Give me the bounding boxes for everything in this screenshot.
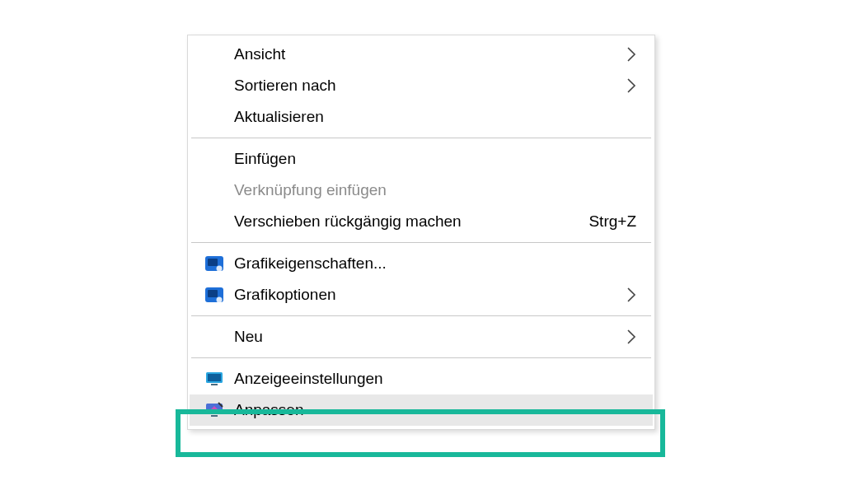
menu-item-refresh[interactable]: Aktualisieren (190, 101, 653, 133)
menu-item-view[interactable]: Ansicht (190, 39, 653, 70)
display-settings-icon (204, 369, 224, 389)
personalize-icon (204, 400, 224, 420)
desktop-context-menu: Ansicht Sortieren nach Aktualisieren Ein… (187, 35, 655, 430)
menu-item-graphics-properties[interactable]: Grafikeigenschaften... (190, 248, 653, 279)
menu-item-label: Grafikeigenschaften... (234, 254, 636, 273)
chevron-right-icon (626, 77, 636, 94)
menu-item-paste-shortcut: Verknüpfung einfügen (190, 175, 653, 206)
menu-separator (191, 138, 651, 138)
menu-item-label: Grafikoptionen (234, 286, 617, 304)
menu-separator (191, 315, 651, 316)
svg-rect-7 (208, 374, 221, 381)
menu-item-label: Verknüpfung einfügen (234, 181, 636, 199)
menu-item-label: Neu (234, 328, 617, 346)
menu-item-graphics-options[interactable]: Grafikoptionen (190, 279, 653, 310)
intel-graphics-icon (204, 285, 224, 305)
svg-point-2 (217, 266, 223, 272)
chevron-right-icon (626, 329, 636, 345)
menu-item-personalize[interactable]: Anpassen (190, 394, 653, 426)
menu-item-undo-move[interactable]: Verschieben rückgängig machen Strg+Z (190, 206, 653, 237)
menu-item-shortcut: Strg+Z (588, 212, 636, 231)
menu-item-label: Verschieben rückgängig machen (234, 212, 572, 231)
menu-item-label: Sortieren nach (234, 77, 617, 95)
menu-item-label: Aktualisieren (234, 108, 636, 126)
svg-rect-4 (208, 290, 218, 297)
menu-item-new[interactable]: Neu (190, 321, 653, 352)
svg-rect-8 (211, 384, 218, 385)
svg-rect-11 (211, 415, 218, 417)
menu-item-label: Einfügen (234, 150, 636, 168)
menu-item-label: Anzeigeeinstellungen (234, 370, 636, 388)
menu-item-sort[interactable]: Sortieren nach (190, 70, 653, 101)
menu-item-display-settings[interactable]: Anzeigeeinstellungen (190, 363, 653, 394)
menu-separator (191, 357, 651, 358)
menu-item-label: Anpassen (234, 401, 636, 419)
intel-graphics-icon (204, 254, 224, 273)
svg-rect-1 (208, 259, 218, 266)
chevron-right-icon (626, 287, 636, 303)
menu-item-label: Ansicht (234, 45, 617, 63)
menu-item-paste[interactable]: Einfügen (190, 143, 653, 175)
chevron-right-icon (626, 46, 636, 63)
menu-separator (191, 242, 651, 243)
svg-point-5 (217, 297, 223, 303)
